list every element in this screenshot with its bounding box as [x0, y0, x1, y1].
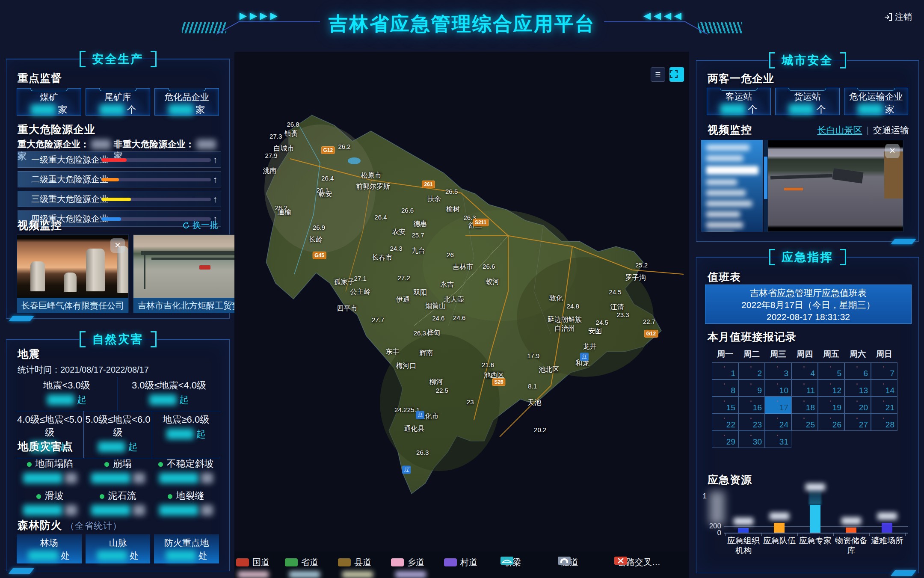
- calendar-day[interactable]: 5: [818, 362, 844, 379]
- map-city-label: 东丰: [386, 347, 400, 356]
- calendar-day[interactable]: 25: [791, 414, 818, 431]
- calendar-day-dot: [883, 366, 884, 368]
- map-temperature-label: 26.9: [313, 223, 325, 231]
- calendar-day[interactable]: 23: [738, 414, 765, 431]
- scrollbar-thumb[interactable]: [764, 157, 767, 199]
- calendar-day[interactable]: 14: [871, 379, 897, 397]
- legend-item-crossing[interactable]: 公路交叉…: [614, 557, 660, 568]
- legend-item-swatch[interactable]: 乡道: [391, 557, 424, 568]
- calendar-day[interactable]: 28: [871, 414, 897, 431]
- map-city-label: 柳河: [429, 378, 443, 387]
- camera-list-item-redacted[interactable]: [706, 166, 758, 175]
- calendar-day[interactable]: 15: [712, 397, 738, 414]
- legend-item-swatch[interactable]: 国道: [236, 557, 270, 568]
- camera-list-item-redacted[interactable]: [706, 190, 746, 196]
- calendar-day[interactable]: 22: [712, 414, 738, 431]
- redacted-bar-value: [877, 513, 897, 520]
- link-changbaishan[interactable]: 长白山景区: [817, 124, 862, 136]
- legend-item-label: 村道: [460, 557, 477, 568]
- link-transport[interactable]: 交通运输: [873, 124, 909, 136]
- calendar-day[interactable]: 4: [791, 362, 818, 379]
- stat-card[interactable]: 客运站个: [707, 88, 771, 115]
- calendar-day[interactable]: 24: [765, 414, 791, 431]
- calendar-day[interactable]: 18: [791, 397, 818, 414]
- legend-item-swatch[interactable]: 村道: [444, 557, 477, 568]
- calendar-day[interactable]: 12: [818, 379, 844, 397]
- camera-list-scrollbar[interactable]: [764, 140, 767, 232]
- province-map[interactable]: 26.827.327.926.226.426.126.226.526.626.4…: [234, 52, 689, 578]
- calendar-day[interactable]: 20: [844, 397, 871, 414]
- close-icon[interactable]: ×: [885, 144, 900, 158]
- calendar-day[interactable]: 7: [871, 362, 897, 379]
- stat-card[interactable]: 危化品企业家: [154, 88, 219, 116]
- legend-item-swatch[interactable]: 省道: [285, 557, 318, 568]
- close-icon[interactable]: ×: [110, 238, 125, 253]
- calendar-day[interactable]: 26: [818, 414, 844, 431]
- hazard-row: 三级重大危险源企业↑: [18, 191, 221, 207]
- calendar-day[interactable]: 9: [738, 379, 765, 397]
- calendar-day[interactable]: 3: [765, 362, 791, 379]
- legend-color-swatch: [236, 558, 249, 566]
- calendar-day[interactable]: 11: [791, 379, 818, 397]
- calendar-day[interactable]: 17: [765, 397, 791, 414]
- panel-city-safety: 城市安全 两客一危企业 客运站个货运站个危化运输企业家 视频监控 长白山景区 |…: [696, 60, 919, 242]
- map-city-label: 北大壶: [444, 295, 464, 304]
- calendar-day-number: 6: [863, 369, 868, 378]
- camera-list[interactable]: [701, 140, 763, 232]
- legend-item-bridge[interactable]: 桥梁: [500, 557, 521, 568]
- city-camera-view[interactable]: ×: [767, 140, 903, 232]
- calendar-day[interactable]: 27: [844, 414, 871, 431]
- logout-button[interactable]: 注销: [884, 11, 912, 23]
- calendar-day[interactable]: 16: [738, 397, 765, 414]
- map-temperature-label: 26.4: [321, 175, 334, 182]
- earthquake-cell: 地震<3.0级起: [16, 377, 118, 411]
- map-legend: 国道省道县道乡道村道桥梁隧道公路交叉…: [234, 551, 689, 578]
- calendar-day[interactable]: 13: [844, 379, 871, 397]
- calendar-day-dot: [803, 418, 805, 419]
- calendar-day[interactable]: 8: [712, 379, 738, 397]
- calendar-day[interactable]: 6: [844, 362, 871, 379]
- calendar-day[interactable]: 10: [765, 379, 791, 397]
- calendar-day-dot: [856, 366, 858, 368]
- calendar-day[interactable]: 21: [871, 397, 897, 414]
- camera-thumbnail[interactable]: × 长春巨峰气体有限责任公司: [17, 234, 129, 313]
- stat-card[interactable]: 煤矿家: [17, 88, 81, 116]
- map-fullscreen-button[interactable]: [669, 67, 684, 82]
- calendar-day[interactable]: 1: [712, 362, 738, 379]
- map-river-marker: 江: [416, 411, 424, 419]
- map-city-label: 安图: [588, 327, 602, 336]
- calendar-day-number: 1: [731, 369, 735, 378]
- refresh-batch-button[interactable]: 换一批: [182, 219, 218, 231]
- legend-item-tunnel[interactable]: 隧道: [558, 557, 578, 568]
- stat-card[interactable]: 危化运输企业家: [844, 88, 908, 115]
- map-city-label: 通化县: [404, 424, 425, 433]
- map-city-label: 桦甸: [426, 328, 440, 337]
- calendar-day[interactable]: 19: [818, 397, 844, 414]
- map-temperature-label: 27.1: [354, 274, 367, 282]
- legend-item-swatch[interactable]: 县道: [338, 557, 371, 568]
- calendar-day[interactable]: 31: [765, 431, 791, 448]
- camera-list-item-redacted[interactable]: [706, 155, 743, 161]
- calendar-day[interactable]: 2: [738, 362, 765, 379]
- hazard-row: 二级重大危险源企业↑: [18, 171, 221, 187]
- camera-list-item-redacted[interactable]: [706, 222, 743, 228]
- stat-card[interactable]: 货运站个: [775, 88, 839, 115]
- emergency-resources-chart: 20001应急组织 机构应急队伍应急专家物资储备 库避难场所: [696, 490, 918, 564]
- geo-hazard-label: 滑坡: [16, 489, 84, 502]
- calendar-day-number: 2: [757, 369, 762, 378]
- chart-x-tick: [833, 533, 834, 536]
- forest-card-label: 山脉: [86, 537, 151, 549]
- stat-card[interactable]: 尾矿库个: [86, 88, 150, 116]
- calendar-day-dot: [883, 418, 884, 419]
- calendar-day[interactable]: 30: [738, 431, 765, 448]
- forest-stat-card: 防火重点地处: [154, 534, 219, 563]
- camera-list-item-redacted[interactable]: [706, 145, 749, 151]
- map-layers-button[interactable]: ≡: [651, 67, 665, 82]
- camera-list-item-redacted[interactable]: [706, 211, 740, 217]
- map-temperature-label: 8.1: [528, 382, 537, 390]
- camera-list-item-redacted[interactable]: [706, 201, 752, 207]
- map-temperature-label: 21.6: [482, 361, 494, 368]
- calendar-day[interactable]: 29: [712, 431, 738, 448]
- map-road-shield: G12: [644, 330, 658, 338]
- camera-list-item-redacted[interactable]: [706, 179, 737, 185]
